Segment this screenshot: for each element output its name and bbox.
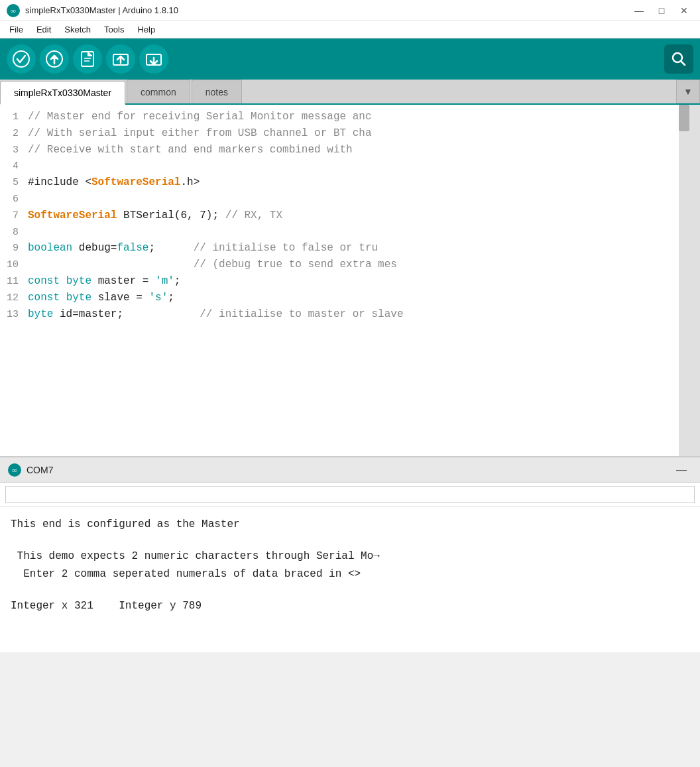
serial-output: This end is configured as the Master Thi… [0,506,700,652]
code-line-11: 11 const byte master = 'm'; [0,273,689,290]
save-button[interactable] [139,44,168,74]
menu-help[interactable]: Help [132,23,160,36]
app-logo-icon: ∞ [7,4,20,17]
verify-button[interactable] [7,44,36,74]
serial-logo-icon: ∞ [8,463,21,477]
menu-tools[interactable]: Tools [99,23,129,36]
scrollbar-thumb[interactable] [679,105,689,131]
window-title: simpleRxTx0330Master | Arduino 1.8.10 [25,5,178,15]
svg-point-0 [13,51,29,67]
menu-sketch[interactable]: Sketch [59,23,96,36]
serial-input-bar [0,483,700,506]
scrollbar-track[interactable] [679,105,689,456]
tab-main[interactable]: simpleRxTx0330Master [0,81,125,105]
search-button[interactable] [664,44,693,74]
title-bar: ∞ simpleRxTx0330Master | Arduino 1.8.10 … [0,0,700,21]
code-line-7: 7 SoftwareSerial BTSerial(6, 7); // RX, … [0,207,689,224]
code-line-6: 6 [0,191,689,207]
serial-output-blank-1 [11,534,689,548]
serial-output-line-3: Enter 2 comma seperated numerals of data… [11,565,689,583]
tab-common[interactable]: common [127,80,190,103]
code-line-3: 3 // Receive with start and end markers … [0,142,689,158]
code-editor[interactable]: 1 // Master end for receiving Serial Mon… [0,105,700,456]
code-line-9: 9 boolean debug=false; // initialise to … [0,240,689,257]
open-icon [111,49,131,69]
menu-file[interactable]: File [4,23,29,36]
tab-dropdown-button[interactable]: ▼ [676,80,700,103]
serial-output-blank-2 [11,583,689,597]
toolbar [0,38,700,80]
upload-icon [46,50,63,68]
code-line-10: 10 // (debug true to send extra mes [0,257,689,273]
code-line-4: 4 [0,158,689,174]
serial-output-line-4: Integer x 321 Integer y 789 [11,597,689,615]
new-button[interactable] [73,44,102,74]
window-controls: — □ ✕ [630,4,693,17]
serial-monitor-panel: ∞ COM7 — This end is configured as the M… [0,456,700,652]
menu-bar: File Edit Sketch Tools Help [0,21,700,38]
tab-notes[interactable]: notes [192,80,242,103]
serial-minimize-button[interactable]: — [671,463,692,477]
code-line-12: 12 const byte slave = 's'; [0,290,689,306]
code-line-8: 8 [0,224,689,241]
serial-monitor-header: ∞ COM7 — [0,457,700,483]
search-icon [670,50,687,68]
minimize-button[interactable]: — [630,4,648,17]
code-line-2: 2 // With serial input either from USB c… [0,125,689,142]
verify-icon [13,50,30,68]
code-line-5: 5 #include <SoftwareSerial.h> [0,174,689,191]
tabs-bar: simpleRxTx0330Master common notes ▼ [0,80,700,105]
serial-output-line-2: This demo expects 2 numeric characters t… [11,548,689,565]
code-line-13: 13 byte id=master; // initialise to mast… [0,306,689,323]
svg-line-13 [681,61,685,65]
title-bar-left: ∞ simpleRxTx0330Master | Arduino 1.8.10 [7,4,178,17]
upload-button[interactable] [40,44,69,74]
save-icon [144,49,164,69]
open-button[interactable] [106,44,135,74]
serial-monitor-title: COM7 [27,465,666,475]
serial-output-line-1: This end is configured as the Master [11,516,689,534]
serial-input-field[interactable] [5,486,695,503]
menu-edit[interactable]: Edit [31,23,56,36]
new-icon [78,49,97,69]
code-line-1: 1 // Master end for receiving Serial Mon… [0,109,689,125]
close-button[interactable]: ✕ [675,4,693,17]
maximize-button[interactable]: □ [652,4,671,17]
